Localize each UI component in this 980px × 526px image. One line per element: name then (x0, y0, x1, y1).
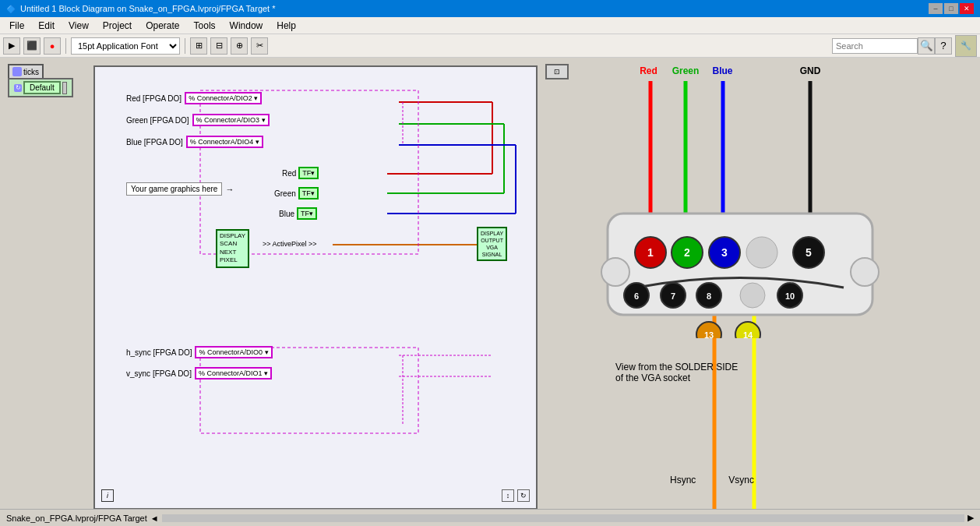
help-button[interactable]: ? (935, 37, 952, 55)
svg-point-45 (601, 258, 629, 286)
blue-tf-row: Blue TF▾ (279, 207, 317, 220)
status-text: Snake_on_FPGA.lvproj/FPGA Target (6, 514, 147, 523)
title-text: 🔷 Untitled 1 Block Diagram on Snake_on_F… (6, 4, 276, 13)
toolbar-run[interactable]: ▶ (3, 37, 20, 55)
vga-desc-line1: View from the SOLDER SIDE (615, 362, 738, 372)
display-scan-box: DISPLAY SCAN NEXT PIXEL (216, 229, 249, 268)
display-scan-label: DISPLAY (220, 232, 245, 240)
font-dropdown[interactable]: 15pt Application Font (71, 37, 180, 55)
hsync-connector-row: h_sync [FPGA DO] % ConnectorA/DIO0 ▾ (126, 346, 273, 358)
search-input[interactable] (832, 38, 918, 54)
green-connector-row: Green [FPGA DO] % ConnectorA/DIO3 ▾ (126, 114, 270, 126)
blue-tf-label: Blue (279, 210, 294, 218)
green-fpga-label: Green [FPGA DO] (126, 116, 189, 125)
game-graphics-box: Your game graphics here → (126, 182, 234, 196)
svg-text:14: 14 (743, 330, 753, 338)
search-button[interactable]: 🔍 (918, 37, 935, 55)
sync-labels: Hsync Vsync (670, 475, 754, 485)
main-content: ticks ↻ Default ⊡ (0, 58, 980, 509)
menu-window[interactable]: Window (224, 19, 270, 33)
vsync-connector-row: v_sync [FPGA DO] % ConnectorA/DIO1 ▾ (126, 367, 272, 379)
toolbar-stop[interactable]: ● (44, 37, 61, 55)
vga-desc-line2: of the VGA socket (615, 372, 738, 383)
menu-file[interactable]: File (3, 19, 30, 33)
svg-point-38 (740, 283, 765, 308)
title-bar: 🔷 Untitled 1 Block Diagram on Snake_on_F… (0, 0, 980, 17)
corner-icons: ↕ ↻ (502, 489, 530, 502)
toolbar-dist[interactable]: ⊟ (210, 37, 227, 55)
green-tf-box: TF▾ (298, 187, 319, 199)
green-tf-label: Green (274, 189, 296, 198)
arrow-icon: → (225, 185, 234, 194)
left-panel: ticks ↻ Default ⊡ (0, 58, 584, 506)
blue-fpga-label: Blue [FPGA DO] (126, 138, 183, 147)
vga-socket-svg: 1 2 3 5 6 7 8 (600, 182, 880, 338)
corner-icon-2[interactable]: ↻ (517, 489, 530, 502)
blue-connector-row: Blue [FPGA DO] % ConnectorA/DIO4 ▾ (126, 136, 263, 148)
output-label: OUTPUT (481, 237, 503, 244)
right-panel: Red Green Blue GND 1 (584, 58, 980, 509)
window-controls: – □ ✕ (929, 3, 974, 14)
corner-icon-1[interactable]: ↕ (502, 489, 514, 502)
menu-bar: File Edit View Project Operate Tools Win… (0, 17, 980, 34)
hsync-connector-box: % ConnectorA/DIO0 ▾ (195, 346, 272, 358)
red-tf-row: Red TF▾ (282, 167, 319, 179)
hsync-bottom-label: Hsync (670, 475, 696, 485)
ticks-box: ticks (8, 64, 44, 79)
vga-signal-label: VGA (481, 244, 503, 251)
menu-view[interactable]: View (62, 19, 95, 33)
menu-edit[interactable]: Edit (32, 19, 61, 33)
menu-project[interactable]: Project (97, 19, 138, 33)
default-box: ↻ Default (8, 78, 73, 97)
pixel-label: PIXEL (220, 256, 245, 264)
menu-tools[interactable]: Tools (188, 19, 222, 33)
active-pixel-row: >> ActivePixel >> (263, 240, 317, 248)
menu-operate[interactable]: Operate (139, 19, 185, 33)
toolbar-icon-extra[interactable]: 🔧 (955, 35, 977, 57)
red-fpga-label: Red [FPGA DO] (126, 94, 182, 103)
svg-text:13: 13 (704, 330, 714, 338)
ticks-label: ticks (23, 68, 39, 76)
signal-label: SIGNAL (481, 251, 503, 258)
active-pixel-label: >> ActivePixel >> (263, 240, 317, 248)
vsync-connector-box: % ConnectorA/DIO1 ▾ (195, 367, 272, 379)
game-graphics-label: Your game graphics here (126, 182, 222, 196)
maximize-button[interactable]: □ (944, 3, 958, 14)
vsync-label: v_sync [FPGA DO] (126, 369, 192, 378)
svg-text:6: 6 (634, 291, 639, 301)
svg-text:2: 2 (684, 246, 690, 259)
red-connector-row: Red [FPGA DO] % ConnectorA/DIO2 ▾ (126, 92, 262, 104)
svg-text:5: 5 (806, 246, 812, 259)
status-scrollbar[interactable] (162, 514, 964, 522)
red-connector-box: % ConnectorA/DIO2 ▾ (185, 92, 262, 104)
search-area: 🔍 ? 🔧 (832, 35, 977, 57)
close-button[interactable]: ✕ (960, 3, 974, 14)
hsync-label: h_sync [FPGA DO] (126, 348, 192, 357)
status-bar: Snake_on_FPGA.lvproj/FPGA Target ◄ ▶ (0, 509, 980, 526)
svg-text:3: 3 (721, 246, 728, 259)
display-output-box: DISPLAY OUTPUT VGA SIGNAL (477, 227, 507, 261)
red-tf-box: TF▾ (298, 167, 319, 179)
info-icon: i (101, 489, 114, 502)
svg-text:1: 1 (647, 246, 654, 259)
display-out-label: DISPLAY (481, 230, 503, 237)
vsync-bottom-label: Vsync (728, 475, 754, 485)
vga-description: View from the SOLDER SIDE of the VGA soc… (615, 362, 738, 383)
toolbar-resize[interactable]: ⊕ (231, 37, 248, 55)
top-right-icon: ⊡ (554, 68, 560, 76)
svg-rect-13 (200, 348, 418, 433)
svg-text:7: 7 (671, 291, 675, 301)
svg-point-29 (746, 237, 777, 268)
scan-label: SCAN (220, 240, 245, 248)
blue-connector-box: % ConnectorA/DIO4 ▾ (186, 136, 263, 148)
menu-help[interactable]: Help (270, 19, 302, 33)
diagram-wires (95, 67, 536, 508)
minimize-button[interactable]: – (929, 3, 943, 14)
toolbar-extra[interactable]: ✂ (251, 37, 268, 55)
toolbar-align[interactable]: ⊞ (190, 37, 207, 55)
blue-tf-box: TF▾ (297, 207, 317, 220)
green-connector-box: % ConnectorA/DIO3 ▾ (192, 114, 270, 126)
green-tf-row: Green TF▾ (274, 187, 319, 199)
status-scroll-right[interactable]: ▶ (968, 513, 974, 523)
toolbar-abort[interactable]: ⬛ (23, 37, 41, 55)
